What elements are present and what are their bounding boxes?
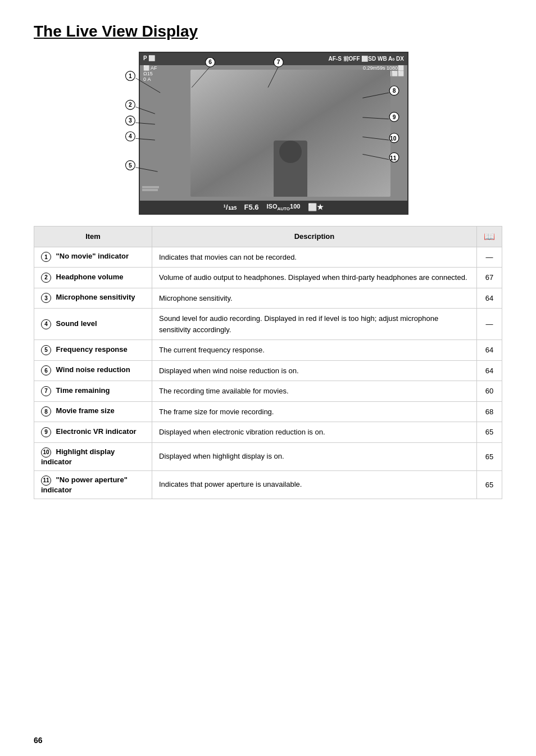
item-number-8: 8 <box>41 406 51 417</box>
desc-cell-8: The frame size for movie recording. <box>152 401 477 422</box>
camera-screen: P ⬜ AF-S 前OFF ⬜SD WB A₀ DX ⬜ AFΩ150 A 0.… <box>139 52 408 215</box>
svg-point-5 <box>125 100 135 110</box>
item-number-2: 2 <box>41 273 51 283</box>
table-row: 7 Time remainingThe recording time avail… <box>34 381 502 402</box>
item-number-1: 1 <box>41 252 51 262</box>
ref-cell-10: 65 <box>477 442 502 470</box>
ref-cell-2: 67 <box>477 268 502 288</box>
svg-point-2 <box>125 71 135 81</box>
table-row: 9 Electronic VR indicatorDisplayed when … <box>34 422 502 443</box>
svg-text:2: 2 <box>129 102 132 108</box>
table-row: 1 "No movie" indicatorIndicates that mov… <box>34 247 502 268</box>
desc-cell-6: Displayed when wind noise reduction is o… <box>152 360 477 381</box>
desc-cell-11: Indicates that power aperture is unavail… <box>152 470 477 499</box>
item-number-7: 7 <box>41 386 51 396</box>
ref-cell-9: 65 <box>477 422 502 443</box>
svg-text:5: 5 <box>129 162 132 169</box>
table-header-row: Item Description 📖 <box>34 227 502 247</box>
item-cell-10: 10 Highlight display indicator <box>34 442 152 470</box>
desc-cell-1: Indicates that movies can not be recorde… <box>152 247 477 268</box>
table-row: 5 Frequency responseThe current frequenc… <box>34 340 502 361</box>
desc-cell-10: Displayed when highlight display is on. <box>152 442 477 470</box>
desc-cell-5: The current frequency response. <box>152 340 477 361</box>
svg-text:4: 4 <box>129 133 132 139</box>
aperture: F5.6 <box>244 203 259 211</box>
desc-cell-3: Microphone sensitivity. <box>152 288 477 309</box>
item-cell-5: 5 Frequency response <box>34 340 152 361</box>
ref-cell-5: 64 <box>477 340 502 361</box>
mode-indicator: P ⬜ <box>143 55 155 63</box>
diagram-container: P ⬜ AF-S 前OFF ⬜SD WB A₀ DX ⬜ AFΩ150 A 0.… <box>94 52 442 215</box>
ref-cell-7: 60 <box>477 381 502 402</box>
ref-cell-6: 64 <box>477 360 502 381</box>
item-cell-11: 11 "No power aperture" indicator <box>34 470 152 499</box>
ref-cell-4: — <box>477 309 502 340</box>
item-cell-2: 2 Headphone volume <box>34 268 152 288</box>
item-number-9: 9 <box>41 427 51 437</box>
svg-point-14 <box>125 161 135 170</box>
left-info: ⬜ AFΩ150 A <box>143 65 157 82</box>
svg-point-8 <box>125 116 135 125</box>
table-row: 8 Movie frame sizeThe frame size for mov… <box>34 401 502 422</box>
screen-bottom-bar: ¹/₁₂₅ F5.6 ISOAUTO100 ⬜★ <box>140 201 407 214</box>
col-header-description: Description <box>152 227 477 247</box>
item-number-5: 5 <box>41 345 51 355</box>
sound-bars <box>142 186 159 194</box>
page-title: The Live View Display <box>34 22 502 40</box>
iso-value: ISOAUTO100 <box>267 203 301 211</box>
ref-cell-1: — <box>477 247 502 268</box>
page-number: 66 <box>34 736 43 745</box>
table-row: 3 Microphone sensitivityMicrophone sensi… <box>34 288 502 309</box>
desc-cell-4: Sound level for audio recording. Display… <box>152 309 477 340</box>
desc-cell-9: Displayed when electronic vibration redu… <box>152 422 477 443</box>
book-icon: 📖 <box>484 232 495 241</box>
ref-cell-8: 68 <box>477 401 502 422</box>
item-number-10: 10 <box>41 447 51 458</box>
svg-text:1: 1 <box>129 73 132 79</box>
ref-cell-11: 65 <box>477 470 502 499</box>
svg-point-11 <box>125 132 135 141</box>
desc-cell-7: The recording time available for movies. <box>152 381 477 402</box>
item-cell-1: 1 "No movie" indicator <box>34 247 152 268</box>
table-row: 4 Sound levelSound level for audio recor… <box>34 309 502 340</box>
desc-cell-2: Volume of audio output to headphones. Di… <box>152 268 477 288</box>
item-number-3: 3 <box>41 293 51 303</box>
subject-area <box>190 70 390 197</box>
item-number-6: 6 <box>41 365 51 375</box>
ref-cell-3: 64 <box>477 288 502 309</box>
item-cell-3: 3 Microphone sensitivity <box>34 288 152 309</box>
shutter-speed: ¹/₁₂₅ <box>224 203 237 211</box>
col-header-ref: 📖 <box>477 227 502 247</box>
record-icon: ⬜★ <box>308 203 324 211</box>
items-table: Item Description 📖 1 "No movie" indicato… <box>34 226 502 499</box>
item-number-4: 4 <box>41 319 51 329</box>
table-row: 6 Wind noise reductionDisplayed when win… <box>34 360 502 381</box>
table-row: 2 Headphone volumeVolume of audio output… <box>34 268 502 288</box>
item-cell-9: 9 Electronic VR indicator <box>34 422 152 443</box>
screen-top-bar: P ⬜ AF-S 前OFF ⬜SD WB A₀ DX <box>140 53 407 65</box>
col-header-item: Item <box>34 227 152 247</box>
table-row: 11 "No power aperture" indicatorIndicate… <box>34 470 502 499</box>
item-cell-8: 8 Movie frame size <box>34 401 152 422</box>
center-info: AF-S 前OFF ⬜SD WB A₀ DX <box>328 55 404 63</box>
item-cell-4: 4 Sound level <box>34 309 152 340</box>
item-number-11: 11 <box>41 476 51 486</box>
svg-text:3: 3 <box>129 117 132 124</box>
item-cell-7: 7 Time remaining <box>34 381 152 402</box>
item-cell-6: 6 Wind noise reduction <box>34 360 152 381</box>
table-row: 10 Highlight display indicatorDisplayed … <box>34 442 502 470</box>
